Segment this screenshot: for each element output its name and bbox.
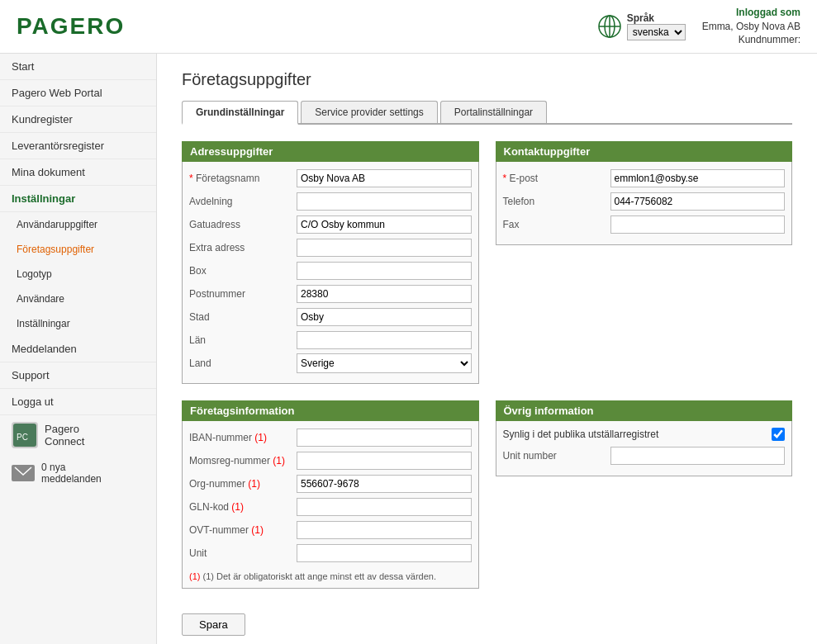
layout: Start Pagero Web Portal Kundregister Lev… [0, 54, 817, 644]
sidebar-item-kundregister[interactable]: Kundregister [0, 107, 156, 133]
user-name: Emma, Osby Nova AB [702, 20, 800, 34]
pagero-connect[interactable]: PC Pagero Connect [0, 415, 156, 455]
iban-label: IBAN-nummer (1) [189, 432, 297, 443]
gln-required-note: (1) [231, 501, 244, 513]
synlig-checkbox[interactable] [772, 428, 785, 441]
sidebar-item-logga-ut[interactable]: Logga ut [0, 389, 156, 415]
sidebar-item-inst-sub[interactable]: Inställningar [0, 311, 156, 336]
sidebar-item-anvandaruppgifter[interactable]: Användaruppgifter [0, 212, 156, 237]
pagero-connect-label: Pagero Connect [45, 423, 84, 447]
ovt-label: OVT-nummer (1) [189, 524, 297, 536]
lan-input[interactable] [297, 331, 472, 349]
field-gln-row: GLN-kod (1) [189, 497, 472, 517]
avdelning-label: Avdelning [189, 196, 297, 207]
telefon-input[interactable] [610, 192, 786, 211]
address-section: Adressuppgifter Företagsnamn Avdelning G… [182, 141, 479, 384]
field-unit-row: Unit [189, 543, 472, 563]
user-info: Inloggad som Emma, Osby Nova AB Kundnumm… [702, 6, 800, 47]
customer-number-label: Kundnummer: [702, 33, 800, 47]
field-epost-row: E-post [503, 168, 786, 188]
lan-label: Län [189, 334, 297, 346]
tab-portalinstallningar[interactable]: Portalinställningar [440, 101, 547, 123]
gln-input[interactable] [297, 498, 472, 516]
orgnummer-input[interactable] [297, 475, 472, 493]
save-button[interactable]: Spara [182, 613, 245, 636]
sidebar-item-meddelanden[interactable]: Meddelanden [0, 336, 156, 362]
top-sections-row: Adressuppgifter Företagsnamn Avdelning G… [182, 141, 792, 384]
logo[interactable]: PAGERO [17, 13, 125, 40]
tab-service-provider[interactable]: Service provider settings [301, 101, 437, 123]
stad-label: Stad [189, 311, 297, 323]
postnummer-input[interactable] [297, 285, 472, 303]
sidebar-item-leverantorsregister[interactable]: Leverantörsregister [0, 133, 156, 159]
header-right: Språk svenska English Inloggad som Emma,… [597, 6, 800, 47]
fax-label: Fax [503, 219, 610, 230]
sidebar-item-support[interactable]: Support [0, 362, 156, 389]
field-lan-row: Län [189, 330, 472, 350]
gatuadress-label: Gatuadress [189, 219, 297, 230]
field-box-row: Box [189, 261, 472, 281]
company-info-section-body: IBAN-nummer (1) Momsreg-nummer (1) Org-n… [182, 421, 479, 589]
language-label-wrapper: Språk svenska English [627, 12, 686, 40]
main-content: Företagsuppgifter Grundinställningar Ser… [157, 54, 817, 644]
ovt-required-note: (1) [251, 524, 264, 536]
field-iban-row: IBAN-nummer (1) [189, 428, 472, 447]
field-telefon-row: Telefon [503, 192, 786, 211]
sidebar-item-pagero-web-portal[interactable]: Pagero Web Portal [0, 80, 156, 107]
iban-required-note: (1) [254, 432, 267, 443]
gatuadress-input[interactable] [297, 215, 472, 234]
unit-number-input[interactable] [610, 447, 786, 465]
sidebar-item-anvandare[interactable]: Användare [0, 286, 156, 311]
header: PAGERO Språk svenska English Inloggad so… [0, 0, 817, 54]
mail-icon [12, 465, 35, 481]
unit-label: Unit [189, 547, 297, 559]
ovt-input[interactable] [297, 521, 472, 539]
field-momsreg-row: Momsreg-nummer (1) [189, 451, 472, 471]
box-label: Box [189, 265, 297, 277]
field-land-row: Land Sverige Danmark Norge Finland [189, 353, 472, 373]
tab-grundinstallningar[interactable]: Grundinställningar [182, 101, 298, 125]
fax-input[interactable] [610, 215, 786, 234]
foretagsnamn-input[interactable] [297, 169, 472, 187]
address-section-body: Företagsnamn Avdelning Gatuadress Extra … [182, 162, 479, 384]
contact-section-header: Kontaktuppgifter [496, 141, 793, 162]
company-info-section-header: Företagsinformation [182, 400, 479, 421]
iban-input[interactable] [297, 429, 472, 447]
pagero-connect-icon: PC [12, 422, 38, 448]
land-select[interactable]: Sverige Danmark Norge Finland [297, 353, 472, 373]
sidebar-item-logotyp[interactable]: Logotyp [0, 262, 156, 286]
unit-input[interactable] [297, 544, 472, 562]
avdelning-input[interactable] [297, 192, 472, 211]
field-extra-adress-row: Extra adress [189, 238, 472, 258]
field-foretagsnamn-row: Företagsnamn [189, 168, 472, 188]
other-info-section-header: Övrig information [496, 400, 793, 421]
field-stad-row: Stad [189, 307, 472, 327]
epost-input[interactable] [610, 169, 786, 187]
synlig-label: Synlig i det publika utställarregistret [503, 429, 659, 440]
save-section: Spara [182, 613, 792, 644]
momsreg-input[interactable] [297, 452, 472, 470]
sidebar-item-foretagsuppgifter[interactable]: Företagsuppgifter [0, 237, 156, 262]
field-avdelning-row: Avdelning [189, 192, 472, 211]
extra-adress-input[interactable] [297, 239, 472, 257]
gln-label: GLN-kod (1) [189, 501, 297, 513]
sidebar-item-mina-dokument[interactable]: Mina dokument [0, 159, 156, 186]
logged-in-label: Inloggad som [702, 6, 800, 20]
page-title: Företagsuppgifter [182, 70, 792, 89]
language-label: Språk [627, 12, 686, 24]
sidebar-item-installningar[interactable]: Inställningar [0, 186, 156, 212]
messages-item[interactable]: 0 nya meddelanden [0, 455, 156, 491]
stad-input[interactable] [297, 308, 472, 326]
svg-text:PC: PC [17, 433, 28, 442]
unit-number-label: Unit number [503, 450, 610, 462]
language-select[interactable]: svenska English [627, 24, 686, 40]
company-info-section: Företagsinformation IBAN-nummer (1) Moms… [182, 400, 479, 589]
field-fax-row: Fax [503, 215, 786, 234]
field-orgnummer-row: Org-nummer (1) [189, 474, 472, 494]
box-input[interactable] [297, 262, 472, 280]
other-info-section: Övrig information Synlig i det publika u… [496, 400, 793, 589]
extra-adress-label: Extra adress [189, 242, 297, 253]
contact-section-body: E-post Telefon Fax [496, 162, 793, 245]
momsreg-required-note: (1) [273, 455, 285, 466]
sidebar-item-start[interactable]: Start [0, 54, 156, 80]
